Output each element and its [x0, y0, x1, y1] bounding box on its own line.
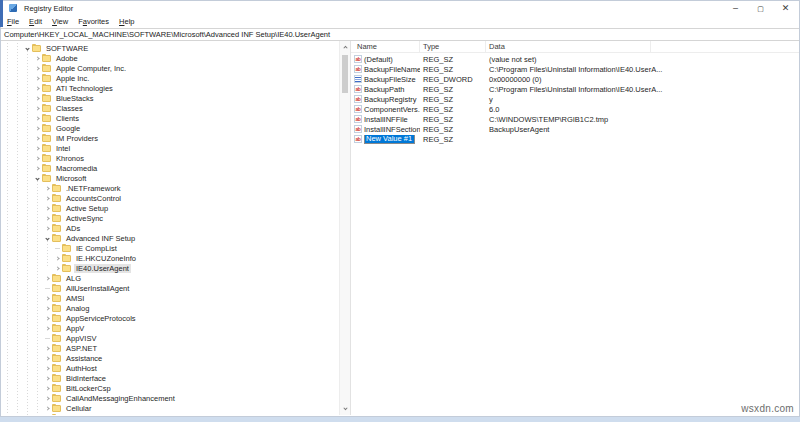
chevron-right-icon[interactable]: [34, 134, 41, 143]
menu-help[interactable]: Help: [114, 17, 139, 26]
tree-item-appserviceprotocols[interactable]: AppServiceProtocols: [1, 313, 339, 323]
scrollbar-thumb[interactable]: [342, 55, 348, 93]
tree-item-bidinterface[interactable]: BidInterface: [1, 373, 339, 383]
chevron-right-icon[interactable]: [44, 324, 51, 333]
tree-vertical-scrollbar[interactable]: [339, 41, 350, 415]
maximize-button[interactable]: ▢: [748, 1, 773, 15]
tree-item-apple-inc[interactable]: Apple Inc.: [1, 73, 339, 83]
tree-item-ie-complist[interactable]: IE CompList: [1, 243, 339, 253]
tree-item-google[interactable]: Google: [1, 123, 339, 133]
tree-item-appvisv[interactable]: AppVISV: [1, 333, 339, 343]
tree-item-classes[interactable]: Classes: [1, 103, 339, 113]
chevron-right-icon[interactable]: [34, 144, 41, 153]
scroll-up-icon[interactable]: [340, 41, 351, 52]
chevron-down-icon[interactable]: [24, 44, 31, 53]
chevron-right-icon[interactable]: [44, 414, 51, 416]
value-row-backuppath[interactable]: abBackupPathREG_SZC:\Program Files\Unins…: [351, 84, 799, 94]
chevron-right-icon[interactable]: [34, 54, 41, 63]
menu-view[interactable]: View: [47, 17, 73, 26]
title-bar[interactable]: Registry Editor – ▢ ✕: [1, 1, 799, 15]
chevron-right-icon[interactable]: [44, 214, 51, 223]
tree-item-ads[interactable]: ADs: [1, 223, 339, 233]
chevron-right-icon[interactable]: [44, 224, 51, 233]
tree-item-appv[interactable]: AppV: [1, 323, 339, 333]
tree-item-active-setup[interactable]: Active Setup: [1, 203, 339, 213]
value-row-new-value-1[interactable]: abNew Value #1REG_SZ: [351, 134, 799, 144]
chevron-right-icon[interactable]: [44, 204, 51, 213]
chevron-right-icon[interactable]: [44, 274, 51, 283]
menu-edit[interactable]: Edit: [24, 17, 47, 26]
chevron-right-icon[interactable]: [44, 384, 51, 393]
tree-item-callandmessagingenhancement[interactable]: CallAndMessagingEnhancement: [1, 393, 339, 403]
tree-item-apple-computer-inc[interactable]: Apple Computer, Inc.: [1, 63, 339, 73]
chevron-right-icon[interactable]: [34, 84, 41, 93]
chevron-right-icon[interactable]: [34, 64, 41, 73]
rename-edit-box[interactable]: New Value #1: [364, 135, 415, 144]
tree-item-software[interactable]: SOFTWARE: [1, 43, 339, 53]
tree-item-asp-net[interactable]: ASP.NET: [1, 343, 339, 353]
scroll-down-icon[interactable]: [340, 404, 351, 415]
tree-item-bitlockercsp[interactable]: BitLockerCsp: [1, 383, 339, 393]
tree-item-authhost[interactable]: AuthHost: [1, 363, 339, 373]
chevron-right-icon[interactable]: [34, 104, 41, 113]
tree-item-macromedia[interactable]: Macromedia: [1, 163, 339, 173]
tree-item-khronos[interactable]: Khronos: [1, 153, 339, 163]
chevron-down-icon[interactable]: [44, 234, 51, 243]
chevron-right-icon[interactable]: [34, 124, 41, 133]
value-row-backupfilename[interactable]: abBackupFileNameREG_SZC:\Program Files\U…: [351, 64, 799, 74]
column-header-type[interactable]: Type: [420, 41, 486, 52]
chevron-right-icon[interactable]: [44, 314, 51, 323]
tree-item-activesync[interactable]: ActiveSync: [1, 213, 339, 223]
tree-item-ie40-useragent[interactable]: IE40.UserAgent: [1, 263, 339, 273]
chevron-right-icon[interactable]: [44, 184, 51, 193]
tree-item-im-providers[interactable]: IM Providers: [1, 133, 339, 143]
value-row-backupfilesize[interactable]: BackupFileSizeREG_DWORD0x00000000 (0): [351, 74, 799, 84]
column-header-data[interactable]: Data: [486, 41, 651, 52]
chevron-right-icon[interactable]: [34, 114, 41, 123]
chevron-right-icon[interactable]: [44, 354, 51, 363]
chevron-right-icon[interactable]: [34, 94, 41, 103]
close-button[interactable]: ✕: [773, 1, 798, 15]
chevron-right-icon[interactable]: [44, 374, 51, 383]
value-row-default[interactable]: ab(Default)REG_SZ(value not set): [351, 54, 799, 64]
chevron-right-icon[interactable]: [54, 254, 61, 263]
column-header-name[interactable]: Name: [351, 41, 420, 52]
chevron-right-icon[interactable]: [34, 164, 41, 173]
tree-item-assistance[interactable]: Assistance: [1, 353, 339, 363]
tree-item-adobe[interactable]: Adobe: [1, 53, 339, 63]
tree-item-netframework[interactable]: .NETFramework: [1, 183, 339, 193]
tree-item-alg[interactable]: ALG: [1, 273, 339, 283]
chevron-right-icon[interactable]: [44, 304, 51, 313]
tree-item-bluestacks[interactable]: BlueStacks: [1, 93, 339, 103]
value-row-componentvers[interactable]: abComponentVers...REG_SZ6.0: [351, 104, 799, 114]
chevron-down-icon[interactable]: [34, 174, 41, 183]
address-bar[interactable]: Computer\HKEY_LOCAL_MACHINE\SOFTWARE\Mic…: [1, 28, 799, 41]
value-row-backupregistry[interactable]: abBackupRegistryREG_SZy: [351, 94, 799, 104]
tree-item-ati-technologies[interactable]: ATI Technologies: [1, 83, 339, 93]
tree-item-analog[interactable]: Analog: [1, 303, 339, 313]
tree-item-alluserinstallagent[interactable]: AllUserInstallAgent: [1, 283, 339, 293]
tree-item-advanced-inf-setup[interactable]: Advanced INF Setup: [1, 233, 339, 243]
tree-item-amsi[interactable]: AMSI: [1, 293, 339, 303]
tree-item-clients[interactable]: Clients: [1, 113, 339, 123]
tree-item-cellular[interactable]: Cellular: [1, 403, 339, 413]
value-row-installinfsection[interactable]: abInstallINFSectionREG_SZBackupUserAgent: [351, 124, 799, 134]
menu-favorites[interactable]: Favorites: [73, 17, 114, 26]
value-row-installinffile[interactable]: abInstallINFFileREG_SZC:\WINDOWS\TEMP\RG…: [351, 114, 799, 124]
tree-item-ie-hkcuzoneinfo[interactable]: IE.HKCUZoneInfo: [1, 253, 339, 263]
selected-edit-text[interactable]: New Value #1: [365, 135, 414, 143]
chevron-right-icon[interactable]: [44, 364, 51, 373]
chevron-right-icon[interactable]: [44, 344, 51, 353]
tree-item-chkdsk[interactable]: Chkdsk: [1, 413, 339, 415]
chevron-right-icon[interactable]: [44, 394, 51, 403]
tree-item-accountscontrol[interactable]: AccountsControl: [1, 193, 339, 203]
chevron-right-icon[interactable]: [44, 194, 51, 203]
chevron-right-icon[interactable]: [44, 294, 51, 303]
minimize-button[interactable]: –: [723, 1, 748, 15]
chevron-right-icon[interactable]: [34, 154, 41, 163]
chevron-right-icon[interactable]: [44, 404, 51, 413]
chevron-right-icon[interactable]: [54, 264, 61, 273]
menu-file[interactable]: File: [2, 17, 24, 26]
tree-item-intel[interactable]: Intel: [1, 143, 339, 153]
chevron-right-icon[interactable]: [34, 74, 41, 83]
